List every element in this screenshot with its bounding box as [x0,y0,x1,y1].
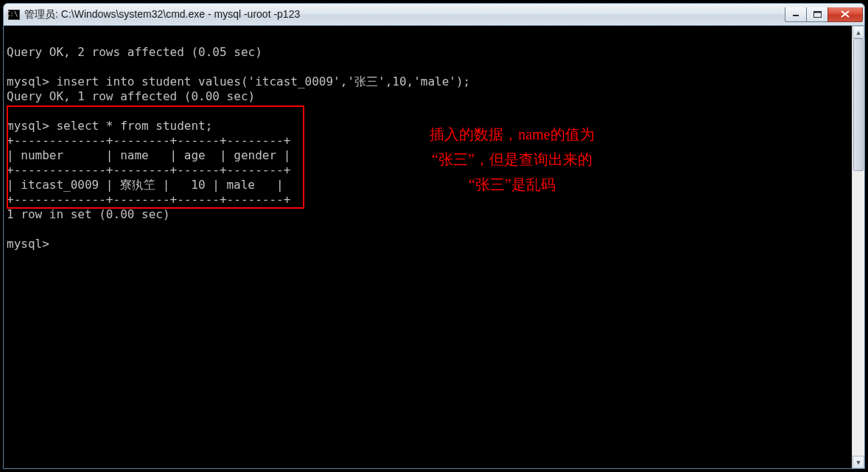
term-line: +-------------+--------+------+--------+ [7,163,290,177]
minimize-button[interactable] [785,7,807,22]
scroll-down-button[interactable]: ▼ [853,456,864,468]
term-line: | itcast_0009 | 寮犱笁 | 10 | male | [7,178,284,192]
app-icon: C:\. [8,10,20,20]
term-line: +-------------+--------+------+--------+ [7,192,290,206]
scroll-up-button[interactable]: ▲ [853,26,864,38]
term-line: mysql> select * from student; [7,119,212,133]
scroll-thumb[interactable] [853,38,864,171]
cmd-window: C:\. 管理员: C:\Windows\system32\cmd.exe - … [3,3,865,469]
term-line: mysql> [7,237,49,251]
term-line: mysql> insert into student values('itcas… [7,74,470,88]
vertical-scrollbar[interactable]: ▲ ▼ [852,26,864,468]
window-controls [785,7,863,22]
term-line: | number | name | age | gender | [7,148,290,162]
titlebar[interactable]: C:\. 管理员: C:\Windows\system32\cmd.exe - … [4,4,864,26]
window-title: 管理员: C:\Windows\system32\cmd.exe - mysql… [24,8,785,21]
term-line: 1 row in set (0.00 sec) [7,207,170,221]
maximize-button[interactable] [806,7,828,22]
term-line: Query OK, 1 row affected (0.00 sec) [7,89,255,103]
terminal-content: Query OK, 2 rows affected (0.05 sec) mys… [4,26,864,271]
term-line: Query OK, 2 rows affected (0.05 sec) [7,45,262,59]
app-icon-label: C:\. [6,11,22,18]
close-button[interactable] [827,7,863,22]
terminal[interactable]: Query OK, 2 rows affected (0.05 sec) mys… [4,26,864,468]
term-line: +-------------+--------+------+--------+ [7,133,290,148]
scroll-track[interactable] [853,38,864,456]
